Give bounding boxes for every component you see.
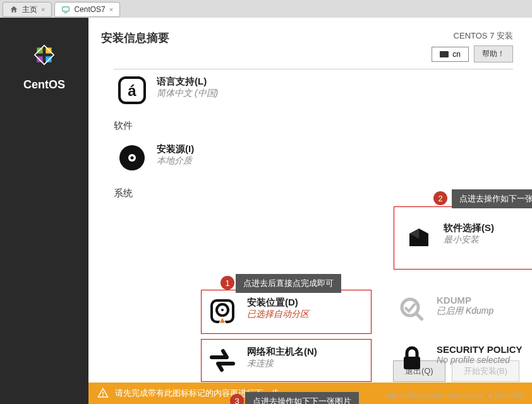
item-title: 软件选择(S) <box>444 222 494 234</box>
annotation-tooltip-2: 点进去操作如下一张图片 <box>452 189 532 208</box>
annotation-badge-3: 3 <box>230 394 244 404</box>
kdump-item[interactable]: KDUMP 已启用 Kdump <box>394 291 532 328</box>
item-subtitle: 最小安装 <box>444 234 494 246</box>
svg-rect-0 <box>63 7 70 11</box>
install-source-item[interactable]: 安装源(I) 本地介质 <box>114 140 291 176</box>
install-destination-item[interactable]: 安装位置(D) 已选择自动分区 <box>202 290 371 332</box>
network-icon <box>208 346 237 375</box>
tab-label: CentOS7 <box>74 5 105 14</box>
svg-line-14 <box>416 314 423 320</box>
watermark: https://blog.csdn.net/weixin_43903649 <box>385 391 524 400</box>
item-subtitle: 未连接 <box>247 358 317 369</box>
disc-icon <box>118 143 147 172</box>
language-icon: á <box>118 76 147 105</box>
brand-text: CentOS <box>23 78 65 92</box>
language-support-item[interactable]: á 语言支持(L) 简体中文 (中国) <box>114 72 291 109</box>
tab-centos[interactable]: CentOS7 × <box>54 2 120 17</box>
tab-home[interactable]: 主页 × <box>3 2 52 17</box>
home-icon <box>9 5 18 14</box>
sidebar: CentOS <box>0 18 88 404</box>
tab-label: 主页 <box>22 4 37 15</box>
tab-bar: 主页 × CentOS7 × <box>0 0 532 18</box>
annotation-badge-1: 1 <box>221 276 234 290</box>
product-label: CENTOS 7 安装 <box>432 30 513 42</box>
harddisk-warning-icon <box>208 297 237 326</box>
software-selection-item[interactable]: 软件选择(S) 最小安装 <box>394 207 532 269</box>
annotation-box-network: 网络和主机名(N) 未连接 <box>201 339 372 382</box>
warning-icon <box>97 388 109 399</box>
item-subtitle: 已启用 Kdump <box>437 306 493 317</box>
item-title: 安装源(I) <box>157 143 194 155</box>
item-subtitle: 已选择自动分区 <box>247 309 309 320</box>
item-subtitle: 简体中文 (中国) <box>157 88 218 99</box>
item-title: SECURITY POLICY <box>437 344 523 355</box>
security-policy-item[interactable]: SECURITY POLICY No profile selected <box>394 340 532 377</box>
item-subtitle: No profile selected <box>437 355 523 365</box>
keyboard-layout: cn <box>452 50 461 59</box>
keyboard-indicator[interactable]: cn <box>432 47 469 62</box>
close-icon[interactable]: × <box>41 6 45 13</box>
content-panel: 安装信息摘要 CENTOS 7 安装 cn 帮助！ á <box>88 18 532 404</box>
help-button[interactable]: 帮助！ <box>474 45 513 62</box>
item-subtitle: 本地介质 <box>157 155 194 167</box>
svg-point-17 <box>102 395 104 396</box>
annotation-tooltip-1: 点进去后直接点完成即可 <box>236 274 341 293</box>
annotation-tooltip-3: 点进去操作如下下一张图片 <box>245 392 359 404</box>
item-title: KDUMP <box>437 295 493 306</box>
kdump-icon <box>397 295 426 324</box>
svg-text:á: á <box>128 82 136 99</box>
svg-rect-15 <box>404 357 420 369</box>
svg-point-12 <box>221 309 224 311</box>
close-icon[interactable]: × <box>109 6 113 13</box>
item-title: 安装位置(D) <box>247 297 309 309</box>
annotation-box-destination: 安装位置(D) 已选择自动分区 <box>201 290 372 334</box>
svg-point-13 <box>402 299 418 316</box>
keyboard-icon <box>440 51 449 57</box>
svg-point-9 <box>131 157 134 160</box>
item-title: 语言支持(L) <box>157 76 218 88</box>
annotation-box-software: 软件选择(S) 最小安装 <box>394 206 532 270</box>
lock-icon <box>397 344 426 373</box>
centos-logo: CentOS <box>23 37 65 92</box>
package-icon <box>404 222 433 251</box>
item-title: 网络和主机名(N) <box>247 346 317 358</box>
annotation-badge-2: 2 <box>433 191 447 205</box>
vm-icon <box>61 5 70 14</box>
network-hostname-item[interactable]: 网络和主机名(N) 未连接 <box>202 340 371 381</box>
section-software: 软件 <box>114 120 513 132</box>
page-title: 安装信息摘要 <box>101 30 169 62</box>
